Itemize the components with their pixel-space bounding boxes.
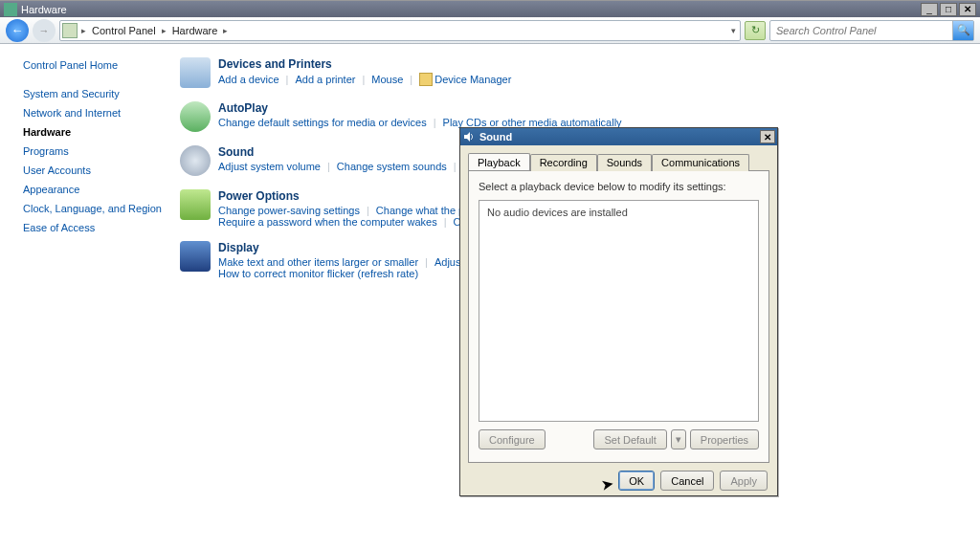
configure-button: Configure	[479, 429, 546, 449]
forward-button[interactable]: →	[33, 19, 56, 42]
sidebar-item-ease-of-access[interactable]: Ease of Access	[23, 222, 170, 233]
tab-playback[interactable]: Playback	[468, 153, 530, 170]
dropdown-icon[interactable]: ▾	[729, 26, 738, 35]
cancel-button[interactable]: Cancel	[660, 471, 714, 491]
search-button[interactable]: 🔍	[952, 21, 973, 40]
sidebar-item-system-security[interactable]: System and Security	[23, 88, 170, 99]
power-options-icon	[180, 189, 211, 220]
ok-button[interactable]: OK	[618, 471, 655, 491]
set-default-dropdown: ▾	[671, 429, 686, 449]
speaker-icon	[462, 130, 476, 143]
link-power-saving[interactable]: Change power-saving settings	[218, 205, 360, 216]
category-title-devices[interactable]: Devices and Printers	[218, 57, 511, 71]
tab-panel-playback: Select a playback device below to modify…	[468, 170, 769, 463]
link-mouse[interactable]: Mouse	[371, 74, 403, 85]
no-devices-message: No audio devices are installed	[487, 207, 628, 218]
sound-dialog-titlebar[interactable]: Sound ✕	[460, 128, 777, 145]
category-title-power[interactable]: Power Options	[218, 189, 501, 203]
window-titlebar: Hardware _ □ ✕	[0, 0, 980, 17]
back-button[interactable]: ←	[6, 19, 29, 42]
link-change-media-defaults[interactable]: Change default settings for media or dev…	[218, 117, 427, 128]
link-require-password[interactable]: Require a password when the computer wak…	[218, 216, 437, 228]
crumb-hardware[interactable]: Hardware	[170, 25, 220, 36]
location-icon	[62, 23, 78, 38]
apply-button: Apply	[720, 471, 768, 491]
crumb-control-panel[interactable]: Control Panel	[90, 25, 158, 36]
properties-button: Properties	[690, 429, 759, 449]
sound-dialog-title: Sound	[479, 131, 512, 142]
sound-dialog: Sound ✕ Playback Recording Sounds Commun…	[459, 127, 778, 496]
minimize-button[interactable]: _	[921, 3, 938, 16]
category-title-autoplay[interactable]: AutoPlay	[218, 101, 622, 115]
close-button[interactable]: ✕	[959, 3, 976, 16]
tab-communications[interactable]: Communications	[652, 154, 749, 171]
link-text-size[interactable]: Make text and other items larger or smal…	[218, 256, 418, 268]
chevron-right-icon[interactable]: ▸	[221, 26, 230, 35]
chevron-right-icon[interactable]: ▸	[79, 26, 88, 35]
navigation-bar: ← → ▸ Control Panel ▸ Hardware ▸ ▾ ↻ 🔍	[0, 17, 980, 44]
control-panel-icon	[4, 3, 17, 16]
category-title-display[interactable]: Display	[218, 241, 499, 254]
sidebar-item-hardware[interactable]: Hardware	[23, 126, 170, 138]
sidebar-item-appearance[interactable]: Appearance	[23, 184, 170, 195]
playback-device-list[interactable]: No audio devices are installed	[479, 200, 759, 422]
link-adjust-volume[interactable]: Adjust system volume	[218, 161, 321, 172]
chevron-right-icon[interactable]: ▸	[160, 26, 168, 35]
link-add-printer[interactable]: Add a printer	[295, 74, 355, 85]
sidebar: Control Panel Home System and Security N…	[0, 44, 170, 548]
sidebar-item-programs[interactable]: Programs	[23, 145, 170, 157]
link-add-device[interactable]: Add a device	[218, 74, 279, 85]
set-default-button: Set Default	[593, 429, 666, 449]
sound-tabstrip: Playback Recording Sounds Communications	[460, 145, 777, 170]
tab-sounds[interactable]: Sounds	[597, 154, 652, 171]
tab-recording[interactable]: Recording	[530, 154, 597, 171]
device-manager-icon	[419, 73, 433, 86]
link-device-manager[interactable]: Device Manager	[434, 74, 511, 85]
refresh-button[interactable]: ↻	[745, 21, 766, 40]
search-input[interactable]	[770, 25, 952, 36]
display-icon	[180, 241, 211, 272]
sound-icon	[180, 145, 211, 176]
sidebar-item-clock-language-region[interactable]: Clock, Language, and Region	[23, 203, 170, 214]
search-box: 🔍	[769, 20, 974, 41]
playback-instruction: Select a playback device below to modify…	[479, 181, 759, 192]
autoplay-icon	[180, 101, 211, 132]
sound-dialog-close-button[interactable]: ✕	[760, 130, 775, 143]
sidebar-item-user-accounts[interactable]: User Accounts	[23, 164, 170, 176]
sidebar-item-network-internet[interactable]: Network and Internet	[23, 107, 170, 119]
sidebar-home[interactable]: Control Panel Home	[23, 59, 170, 71]
link-change-sounds[interactable]: Change system sounds	[337, 161, 447, 172]
devices-printers-icon	[180, 57, 211, 88]
maximize-button[interactable]: □	[940, 3, 957, 16]
link-monitor-flicker[interactable]: How to correct monitor flicker (refresh …	[218, 268, 418, 279]
breadcrumb[interactable]: ▸ Control Panel ▸ Hardware ▸ ▾	[59, 20, 741, 41]
window-title: Hardware	[21, 4, 67, 15]
